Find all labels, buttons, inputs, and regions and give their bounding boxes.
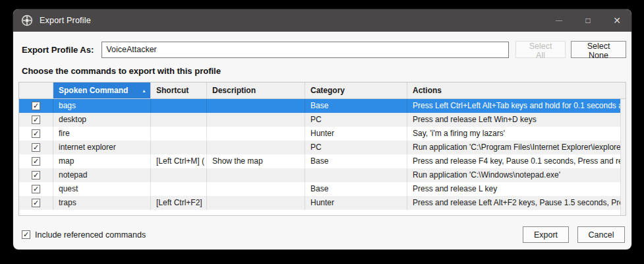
checkbox-icon: ✓ [22, 230, 30, 239]
maximize-button[interactable]: □ [573, 9, 602, 32]
vertical-scrollbar[interactable] [620, 99, 626, 215]
table-row-quest[interactable]: ✓questBasePress and release L key [19, 182, 626, 196]
cancel-button[interactable]: Cancel [577, 226, 625, 243]
cell-actions: Say, 'i'm a firing my lazars' [407, 127, 626, 141]
cell-description [207, 141, 305, 154]
header-spoken-command[interactable]: Spoken Command ▲ [53, 82, 151, 98]
profile-name-input[interactable] [102, 42, 509, 58]
cell-shortcut [151, 182, 207, 196]
cell-category: Hunter [305, 127, 407, 141]
include-referenced-label: Include referenced commands [35, 230, 146, 240]
cell-spoken: notepad [53, 168, 151, 182]
cell-actions: Press and release Left Alt+F2 keys, Paus… [407, 196, 626, 210]
header-category[interactable]: Category [305, 82, 407, 98]
row-checkbox[interactable]: ✓ [32, 199, 40, 207]
choose-commands-label: Choose the commands to export with this … [22, 66, 623, 76]
cell-spoken: bags [53, 99, 151, 113]
select-none-button[interactable]: Select None [571, 41, 626, 58]
table-row-bags[interactable]: ✓bagsBasePress Left Ctrl+Left Alt+Tab ke… [19, 99, 626, 113]
cell-category: Base [305, 182, 407, 196]
cell-description [207, 168, 305, 182]
table-row-map[interactable]: ✓map[Left Ctrl+M] (Show the mapBasePress… [19, 154, 626, 168]
minimize-button[interactable]: ─ [544, 9, 573, 32]
cell-category: Base [305, 99, 407, 113]
close-button[interactable]: ✕ [602, 9, 631, 32]
cell-description [207, 196, 305, 210]
cell-category [305, 168, 407, 182]
cell-shortcut [151, 99, 207, 113]
row-checkbox[interactable]: ✓ [32, 116, 40, 124]
cell-category: Hunter [305, 196, 407, 210]
table-header: Spoken Command ▲ Shortcut Description Ca… [19, 82, 626, 99]
cell-category: Base [305, 154, 407, 168]
row-checkbox[interactable]: ✓ [32, 129, 40, 138]
cell-spoken: internet explorer [53, 141, 151, 154]
cell-spoken: desktop [53, 113, 151, 127]
row-checkbox[interactable]: ✓ [32, 102, 40, 110]
table-row-fire[interactable]: ✓fireHunterSay, 'i'm a firing my lazars' [19, 127, 626, 141]
cell-category: PC [305, 141, 407, 154]
cell-actions: Run application 'C:\Windows\notepad.exe' [407, 168, 626, 182]
cell-actions: Run application 'C:\Program Files\Intern… [407, 141, 626, 154]
include-referenced-checkbox[interactable]: ✓ Include referenced commands [22, 230, 146, 240]
cell-shortcut [151, 168, 207, 182]
table-row-notepad[interactable]: ✓notepadRun application 'C:\Windows\note… [19, 168, 626, 182]
select-all-button[interactable]: Select All [515, 41, 566, 58]
cell-spoken: fire [53, 127, 151, 141]
cell-spoken: map [53, 154, 151, 168]
cell-shortcut [151, 141, 207, 154]
cell-shortcut [151, 127, 207, 141]
row-checkbox[interactable]: ✓ [32, 185, 40, 193]
table-row-desktop[interactable]: ✓desktopPCPress and release Left Win+D k… [19, 113, 626, 127]
cell-description [207, 99, 305, 113]
window-title: Export Profile [40, 16, 91, 25]
maximize-icon: □ [585, 16, 590, 25]
cell-spoken: traps [53, 196, 151, 210]
table-body: ✓bagsBasePress Left Ctrl+Left Alt+Tab ke… [19, 99, 626, 210]
cell-description: Show the map [207, 154, 305, 168]
commands-table: Spoken Command ▲ Shortcut Description Ca… [18, 82, 626, 216]
export-button[interactable]: Export [523, 226, 569, 243]
export-profile-as-label: Export Profile As: [22, 45, 94, 55]
cell-actions: Press Left Ctrl+Left Alt+Tab keys and ho… [407, 99, 626, 113]
row-checkbox[interactable]: ✓ [32, 171, 40, 180]
export-profile-dialog: Export Profile ─ □ ✕ Export Profile As: … [13, 9, 631, 249]
row-checkbox[interactable]: ✓ [32, 157, 40, 166]
minimize-icon: ─ [556, 15, 562, 26]
cell-category: PC [305, 113, 407, 127]
cell-spoken: quest [53, 182, 151, 196]
header-description[interactable]: Description [207, 82, 305, 98]
app-icon [21, 15, 33, 26]
cell-description [207, 127, 305, 141]
header-checkbox-column[interactable] [19, 82, 53, 98]
cell-description [207, 113, 305, 127]
cell-shortcut: [Left Ctrl+F2] [151, 196, 207, 210]
table-row-traps[interactable]: ✓traps[Left Ctrl+F2]HunterPress and rele… [19, 196, 626, 210]
cell-actions: Press and release F4 key, Pause 0.1 seco… [407, 154, 626, 168]
header-actions[interactable]: Actions [407, 82, 626, 98]
titlebar: Export Profile ─ □ ✕ [13, 9, 631, 32]
table-row-internet-explorer[interactable]: ✓internet explorerPCRun application 'C:\… [19, 141, 626, 154]
cell-actions: Press and release Left Win+D keys [407, 113, 626, 127]
close-icon: ✕ [613, 15, 621, 26]
cell-shortcut: [Left Ctrl+M] ( [151, 154, 207, 168]
row-checkbox[interactable]: ✓ [32, 143, 40, 152]
header-shortcut[interactable]: Shortcut [151, 82, 207, 98]
cell-actions: Press and release L key [407, 182, 626, 196]
cell-description [207, 182, 305, 196]
cell-shortcut [151, 113, 207, 127]
sort-ascending-icon: ▲ [142, 88, 146, 93]
